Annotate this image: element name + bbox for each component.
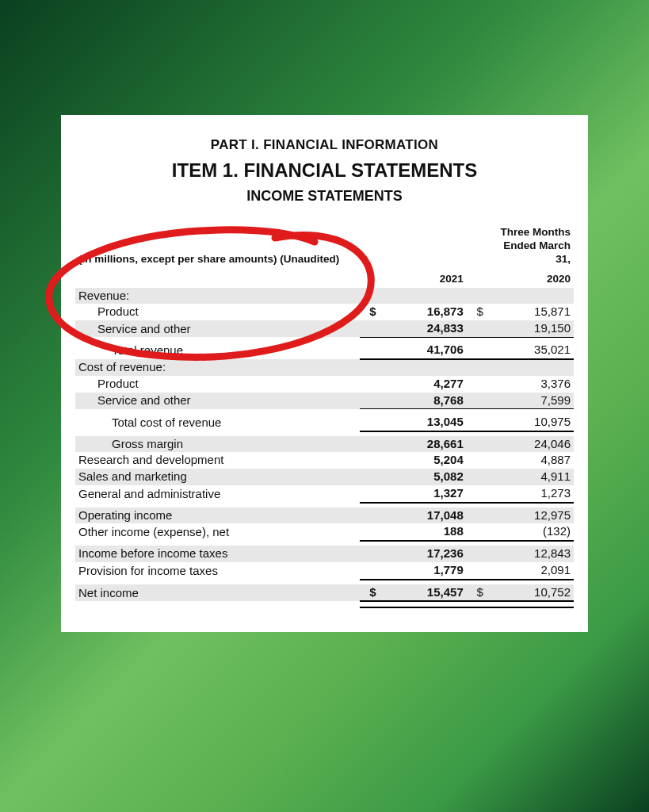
row-cost-service-2021: 8,768	[380, 393, 467, 409]
row-total-revenue-2021: 41,706	[380, 342, 467, 359]
row-operating-income-2021: 17,048	[380, 508, 467, 524]
row-gna-2021: 1,327	[380, 485, 467, 503]
row-provision-tax-label: Provision for income taxes	[75, 562, 360, 580]
row-operating-income-label: Operating income	[75, 508, 360, 524]
row-total-revenue-label: Total revenue	[75, 342, 360, 359]
row-service-2021: 24,833	[380, 320, 467, 337]
row-product-label: Product	[75, 304, 360, 320]
row-other-income-label: Other income (expense), net	[75, 523, 360, 541]
row-sales-2021: 5,082	[380, 469, 467, 485]
row-gross-margin-label: Gross margin	[75, 436, 360, 453]
row-total-revenue-2020: 35,021	[487, 342, 574, 359]
row-cost-product-2020: 3,376	[487, 376, 574, 393]
row-other-income-2021: 188	[380, 523, 467, 541]
row-gross-margin-2020: 24,046	[487, 436, 574, 453]
year-2021: 2021	[380, 270, 467, 288]
row-income-before-tax-2020: 12,843	[487, 546, 574, 562]
row-service-label: Service and other	[75, 320, 360, 337]
row-gross-margin-2021: 28,661	[380, 436, 467, 453]
row-total-cost-label: Total cost of revenue	[75, 414, 360, 431]
row-rnd-label: Research and development	[75, 452, 360, 469]
row-income-before-tax-label: Income before income taxes	[75, 546, 360, 562]
row-sales-2020: 4,911	[487, 469, 574, 485]
row-service-2020: 19,150	[487, 320, 574, 337]
row-provision-tax-2021: 1,779	[380, 562, 467, 580]
row-rnd-2020: 4,887	[487, 452, 574, 469]
row-net-income-2020: 10,752	[487, 584, 574, 602]
row-sales-label: Sales and marketing	[75, 469, 360, 485]
year-2020: 2020	[487, 270, 574, 288]
row-cost-service-label: Service and other	[75, 393, 360, 409]
row-income-before-tax-2021: 17,236	[380, 546, 467, 562]
row-cost-product-2021: 4,277	[380, 376, 467, 393]
row-gna-label: General and administrative	[75, 485, 360, 503]
row-provision-tax-2020: 2,091	[487, 562, 574, 580]
row-cost-product-label: Product	[75, 376, 360, 393]
row-net-income-2021: 15,457	[380, 584, 467, 602]
row-product-2020: 15,871	[487, 304, 574, 320]
row-cost-service-2020: 7,599	[487, 393, 574, 409]
heading-statements: INCOME STATEMENTS	[75, 188, 574, 205]
heading-part: PART I. FINANCIAL INFORMATION	[75, 137, 574, 153]
row-gna-2020: 1,273	[487, 485, 574, 503]
cost-header: Cost of revenue:	[75, 359, 360, 376]
row-rnd-2021: 5,204	[380, 452, 467, 469]
row-net-income-label: Net income	[75, 584, 360, 602]
row-operating-income-2020: 12,975	[487, 508, 574, 524]
row-total-cost-2021: 13,045	[380, 414, 467, 431]
unaudited-note: (In millions, except per share amounts) …	[75, 225, 360, 270]
revenue-header: Revenue:	[75, 288, 360, 304]
period-label: Three Months Ended March 31,	[487, 225, 574, 270]
row-total-cost-2020: 10,975	[487, 414, 574, 431]
row-other-income-2020: (132)	[487, 523, 574, 541]
row-product-2021: 16,873	[380, 304, 467, 320]
heading-item: ITEM 1. FINANCIAL STATEMENTS	[75, 159, 574, 182]
income-statement-table: (In millions, except per share amounts) …	[75, 225, 574, 608]
income-statement-document: PART I. FINANCIAL INFORMATION ITEM 1. FI…	[61, 115, 588, 632]
